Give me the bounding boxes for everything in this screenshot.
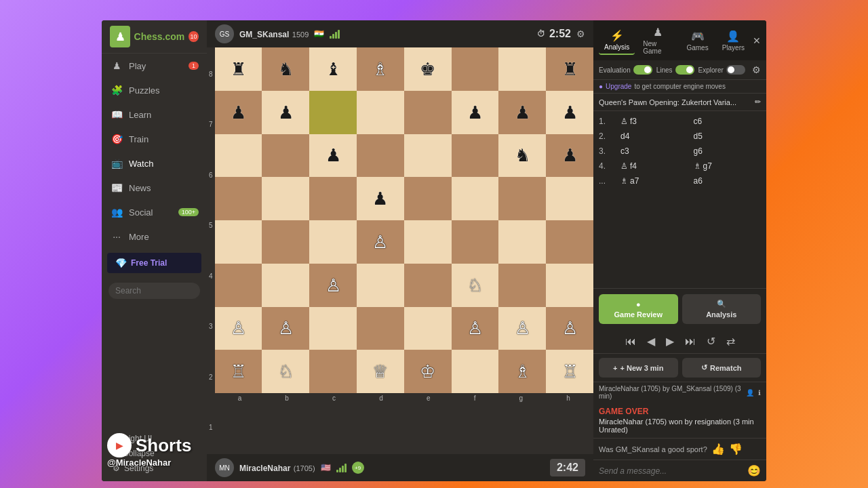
sidebar-item-watch[interactable]: 📺 Watch — [102, 151, 207, 176]
square-e5[interactable] — [404, 177, 452, 220]
square-g3[interactable] — [498, 264, 546, 307]
move-white-3[interactable]: c3 — [618, 145, 688, 157]
square-a1[interactable]: ♖ — [215, 350, 262, 393]
square-d3[interactable] — [357, 264, 404, 307]
square-b1[interactable]: ♘ — [262, 350, 309, 393]
message-input[interactable] — [599, 466, 745, 476]
sidebar-item-news[interactable]: 📰 News — [102, 176, 207, 200]
square-g8[interactable] — [498, 47, 546, 91]
analysis-settings-btn[interactable]: ⚙ — [752, 64, 761, 75]
square-h4[interactable] — [546, 220, 593, 264]
opening-name[interactable]: Queen's Pawn Opening: Zukertort Varia...… — [593, 94, 766, 111]
square-h6[interactable]: ♟ — [546, 134, 593, 178]
square-f4[interactable] — [452, 220, 499, 264]
move-black-3[interactable]: g6 — [691, 145, 762, 157]
move-black-4[interactable]: ♗ g7 — [691, 160, 762, 172]
lines-toggle[interactable] — [675, 65, 694, 75]
square-g6[interactable]: ♞ — [498, 134, 546, 178]
square-c3[interactable]: ♙ — [309, 264, 357, 307]
tab-analysis[interactable]: ⚡ Analysis — [599, 26, 635, 55]
square-e7[interactable] — [404, 91, 452, 134]
square-e2[interactable] — [404, 307, 452, 350]
square-d4[interactable]: ♙ — [357, 220, 404, 264]
square-d1[interactable]: ♕ — [357, 350, 404, 393]
square-e8[interactable]: ♚ — [404, 47, 452, 91]
analysis-btn[interactable]: 🔍 Analysis — [682, 294, 762, 324]
square-h1[interactable]: ♖ — [546, 350, 593, 393]
square-e6[interactable] — [404, 134, 452, 178]
sidebar-item-puzzles[interactable]: 🧩 Puzzles — [102, 78, 207, 102]
square-h5[interactable] — [546, 177, 593, 220]
sidebar-item-learn[interactable]: 📖 Learn — [102, 102, 207, 127]
square-c4[interactable] — [309, 220, 357, 264]
square-a8[interactable]: ♜ — [215, 47, 262, 91]
square-g1[interactable]: ♗ — [498, 350, 546, 393]
square-a4[interactable] — [215, 220, 262, 264]
game-review-btn[interactable]: ● Game Review — [599, 294, 678, 324]
square-c1[interactable] — [309, 350, 357, 393]
square-d7[interactable] — [357, 91, 404, 134]
square-f7[interactable]: ♟ — [452, 91, 499, 134]
upgrade-link[interactable]: Upgrade — [606, 83, 631, 90]
search-input[interactable] — [108, 283, 200, 299]
sidebar-item-social[interactable]: 👥 Social 100+ — [102, 200, 207, 224]
square-e1[interactable]: ♔ — [404, 350, 452, 393]
free-trial-btn[interactable]: 💎 Free Trial — [107, 253, 201, 273]
square-f3[interactable]: ♘ — [452, 264, 499, 307]
nav-first-btn[interactable]: ⏮ — [623, 334, 639, 349]
square-f6[interactable] — [452, 134, 499, 178]
square-b2[interactable]: ♙ — [262, 307, 309, 350]
square-f8[interactable] — [452, 47, 499, 91]
move-black-1[interactable]: c6 — [691, 115, 762, 127]
square-c7[interactable] — [309, 91, 357, 134]
nav-next-btn[interactable]: ▶ — [663, 333, 677, 349]
move-white-1[interactable]: ♙ f3 — [618, 115, 688, 127]
rematch-btn[interactable]: ↺ Rematch — [682, 358, 762, 378]
square-f5[interactable] — [452, 177, 499, 220]
square-g7[interactable]: ♟ — [498, 91, 546, 134]
square-f2[interactable]: ♙ — [452, 307, 499, 350]
square-c8[interactable]: ♝ — [309, 47, 357, 91]
nav-last-btn[interactable]: ⏭ — [682, 334, 698, 349]
square-b8[interactable]: ♞ — [262, 47, 309, 91]
move-white-5[interactable]: ♗ a7 — [618, 175, 688, 187]
close-panel-btn[interactable]: ✕ — [753, 35, 761, 46]
move-black-5[interactable]: a6 — [691, 175, 762, 187]
square-b6[interactable] — [262, 134, 309, 178]
square-c6[interactable]: ♟ — [309, 134, 357, 178]
sidebar-item-train[interactable]: 🎯 Train — [102, 127, 207, 151]
square-d6[interactable] — [357, 134, 404, 178]
square-b4[interactable] — [262, 220, 309, 264]
nav-prev-btn[interactable]: ◀ — [644, 333, 658, 349]
square-d2[interactable] — [357, 307, 404, 350]
move-black-2[interactable]: d5 — [691, 130, 762, 142]
square-a2[interactable]: ♙ — [215, 307, 262, 350]
tab-new-game[interactable]: ♟ New Game — [637, 23, 678, 58]
square-a6[interactable] — [215, 134, 262, 178]
thumbs-up-btn[interactable]: 👍 — [711, 443, 725, 455]
square-f1[interactable] — [452, 350, 499, 393]
square-h3[interactable] — [546, 264, 593, 307]
move-white-2[interactable]: d4 — [618, 130, 688, 142]
square-d8[interactable]: ♗ — [357, 47, 404, 91]
gear-button[interactable]: ⚙ — [576, 28, 585, 39]
emoji-btn[interactable]: 😊 — [747, 464, 761, 477]
explorer-toggle[interactable] — [726, 65, 745, 75]
square-e4[interactable] — [404, 220, 452, 264]
square-d5[interactable]: ♟ — [357, 177, 404, 220]
square-g5[interactable] — [498, 177, 546, 220]
sidebar-item-play[interactable]: ♟ Play 1 — [102, 54, 207, 78]
move-white-4[interactable]: ♙ f4 — [618, 160, 688, 172]
nav-flip-btn[interactable]: ⇄ — [724, 333, 738, 349]
evaluation-toggle[interactable] — [633, 65, 652, 75]
square-g4[interactable] — [498, 220, 546, 264]
tab-games[interactable]: 🎮 Games — [681, 27, 713, 54]
new-3min-btn[interactable]: + + New 3 min — [599, 358, 678, 378]
square-h7[interactable]: ♟ — [546, 91, 593, 134]
square-b7[interactable]: ♟ — [262, 91, 309, 134]
sidebar-item-more[interactable]: ··· More — [102, 224, 207, 249]
square-a3[interactable] — [215, 264, 262, 307]
square-b5[interactable] — [262, 177, 309, 220]
square-e3[interactable] — [404, 264, 452, 307]
nav-undo-btn[interactable]: ↺ — [704, 333, 718, 349]
